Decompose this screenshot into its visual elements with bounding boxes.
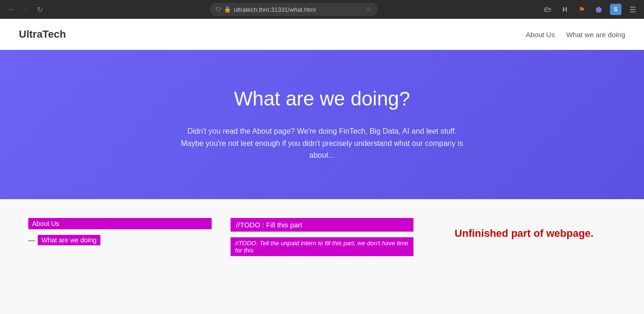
navbar: UltraTech About Us What we are doing [0,19,644,50]
hero-title: What are we doing? [234,88,410,110]
unfinished-notice-container: Unfinished part of webpage. [432,218,616,240]
todo-section: //TODO : Fill this part //TODO: Tell the… [231,218,414,256]
footer-nav-title[interactable]: About Us [28,218,212,229]
footer-nav: About Us — What are we doing [28,218,212,245]
address-bar[interactable]: 🛡 🔒 ultratech.thm:31331/what.html ☆ [210,3,378,16]
pocket-icon[interactable]: 🗁 [542,4,553,15]
navbar-links: About Us What we are doing [526,31,625,39]
browser-nav-buttons: ← → ↻ [6,4,45,15]
nav-link-prefix: — [28,236,35,244]
extension-blue-icon[interactable]: S [610,4,621,15]
unfinished-notice: Unfinished part of webpage. [432,218,616,240]
refresh-button[interactable]: ↻ [34,4,45,15]
website: UltraTech About Us What we are doing Wha… [0,19,644,314]
url-display: ultratech.thm:31331/what.html [234,6,363,13]
extension-purple-icon[interactable]: ⬟ [593,4,604,15]
hero-description: Didn't you read the About page? We're do… [181,125,463,161]
nav-about-us[interactable]: About Us [526,31,555,39]
todo-title: //TODO : Fill this part [231,218,414,232]
hypothesis-icon[interactable]: H [559,4,570,15]
footer-nav-link-label[interactable]: What are we doing [38,235,100,245]
browser-actions: 🗁 H ⚑ ⬟ S ☰ [542,4,638,15]
back-button[interactable]: ← [6,4,17,15]
content-section: About Us — What are we doing //TODO : Fi… [0,199,644,314]
hero-section: What are we doing? Didn't you read the A… [0,50,644,199]
menu-icon[interactable]: ☰ [627,4,638,15]
forward-button[interactable]: → [20,4,31,15]
browser-chrome: ← → ↻ 🛡 🔒 ultratech.thm:31331/what.html … [0,0,644,19]
footer-nav-link-item: — What are we doing [28,235,212,245]
extension-orange-icon[interactable]: ⚑ [576,4,587,15]
nav-what-we-are-doing[interactable]: What we are doing [566,31,625,39]
todo-subtitle: //TODO: Tell the unpaid intern to fill t… [231,237,414,256]
content-grid: About Us — What are we doing //TODO : Fi… [28,218,616,256]
brand-logo[interactable]: UltraTech [19,28,66,40]
bookmark-icon[interactable]: ☆ [366,6,372,13]
security-icon: 🛡 [215,6,221,13]
lock-icon: 🔒 [224,6,231,13]
